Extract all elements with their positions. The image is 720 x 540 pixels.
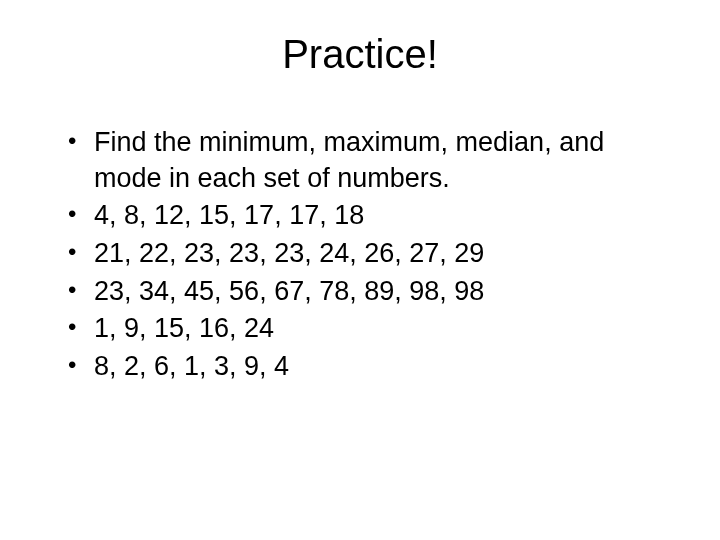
slide-content: Find the minimum, maximum, median, and m… [50,125,670,384]
list-item: 21, 22, 23, 23, 23, 24, 26, 27, 29 [64,236,670,272]
slide: Practice! Find the minimum, maximum, med… [0,0,720,540]
list-item: 23, 34, 45, 56, 67, 78, 89, 98, 98 [64,274,670,310]
bullet-list: Find the minimum, maximum, median, and m… [64,125,670,384]
slide-title: Practice! [50,32,670,77]
list-item: 8, 2, 6, 1, 3, 9, 4 [64,349,670,385]
list-item: 4, 8, 12, 15, 17, 17, 18 [64,198,670,234]
list-item: Find the minimum, maximum, median, and m… [64,125,670,196]
list-item: 1, 9, 15, 16, 24 [64,311,670,347]
